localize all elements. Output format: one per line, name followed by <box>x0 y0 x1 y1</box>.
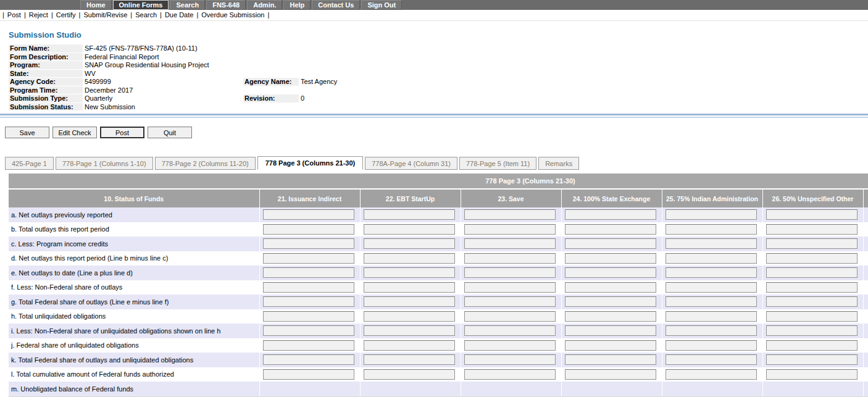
grid-input[interactable] <box>364 267 455 278</box>
tab-778-page-5-item-11[interactable]: 778-Page 5 (Item 11) <box>459 157 536 170</box>
grid-cell <box>762 280 863 295</box>
top-nav-item-home[interactable]: Home <box>80 0 112 10</box>
grid-input[interactable] <box>464 354 556 365</box>
grid-input[interactable] <box>364 369 455 380</box>
top-nav-item-search[interactable]: Search <box>170 0 205 10</box>
grid-input[interactable] <box>464 224 556 235</box>
grid-input[interactable] <box>766 296 858 307</box>
grid-input[interactable] <box>766 253 858 264</box>
sub-nav-item-overdue-submission[interactable]: Overdue Submission <box>201 11 264 19</box>
quit-button[interactable]: Quit <box>148 127 192 138</box>
top-nav-item-help[interactable]: Help <box>283 0 311 10</box>
grid-input[interactable] <box>364 340 455 351</box>
grid-input[interactable] <box>263 267 354 278</box>
grid-input[interactable] <box>565 325 656 336</box>
sub-nav-item-reject[interactable]: Reject <box>29 11 48 19</box>
grid-input[interactable] <box>263 253 354 264</box>
sub-nav-item-submit-revise[interactable]: Submit/Revise <box>83 11 127 19</box>
grid-input[interactable] <box>766 369 858 380</box>
edit-check-button[interactable]: Edit Check <box>52 127 97 138</box>
top-nav-item-online-forms[interactable]: Online Forms <box>113 0 169 10</box>
grid-input[interactable] <box>766 311 858 322</box>
tab-remarks[interactable]: Remarks <box>538 157 579 170</box>
grid-cell <box>561 309 662 324</box>
grid-input[interactable] <box>565 253 656 264</box>
grid-input[interactable] <box>666 325 757 336</box>
grid-input[interactable] <box>766 340 858 351</box>
grid-input[interactable] <box>464 238 556 249</box>
grid-input[interactable] <box>565 296 656 307</box>
grid-input[interactable] <box>464 311 556 322</box>
grid-input[interactable] <box>766 325 858 336</box>
top-nav-item-contact-us[interactable]: Contact Us <box>312 0 360 10</box>
grid-input[interactable] <box>364 238 455 249</box>
grid-input[interactable] <box>364 209 455 220</box>
grid-input[interactable] <box>766 282 858 293</box>
grid-input[interactable] <box>263 325 354 336</box>
grid-input[interactable] <box>263 354 354 365</box>
grid-input[interactable] <box>464 209 556 220</box>
sub-nav-item-search[interactable]: Search <box>135 11 157 19</box>
grid-input[interactable] <box>464 369 556 380</box>
grid-input[interactable] <box>565 369 656 380</box>
grid-input[interactable] <box>364 311 455 322</box>
save-button[interactable]: Save <box>5 127 49 138</box>
grid-input[interactable] <box>263 282 354 293</box>
grid-input[interactable] <box>666 224 757 235</box>
grid-input[interactable] <box>565 238 656 249</box>
grid-input[interactable] <box>464 253 556 264</box>
grid-input[interactable] <box>263 209 354 220</box>
grid-input[interactable] <box>364 282 455 293</box>
grid-input[interactable] <box>263 369 354 380</box>
grid-input[interactable] <box>565 340 656 351</box>
grid-input[interactable] <box>666 253 757 264</box>
grid-input[interactable] <box>464 340 556 351</box>
grid-input[interactable] <box>565 224 656 235</box>
grid-input[interactable] <box>364 224 455 235</box>
grid-input[interactable] <box>364 253 455 264</box>
tab-778a-page-4-column-31[interactable]: 778A-Page 4 (Column 31) <box>365 157 457 170</box>
grid-input[interactable] <box>263 224 354 235</box>
post-button[interactable]: Post <box>100 127 144 138</box>
grid-input[interactable] <box>464 282 556 293</box>
grid-input[interactable] <box>666 296 757 307</box>
grid-input[interactable] <box>666 209 757 220</box>
grid-input[interactable] <box>364 325 455 336</box>
grid-input[interactable] <box>666 369 757 380</box>
grid-input[interactable] <box>263 340 354 351</box>
tab-778-page-2-columns-11-20[interactable]: 778-Page 2 (Columns 11-20) <box>155 157 256 170</box>
grid-input[interactable] <box>464 296 556 307</box>
top-nav-item-fns-648[interactable]: FNS-648 <box>206 0 246 10</box>
top-nav-item-admin[interactable]: Admin. <box>247 0 282 10</box>
grid-input[interactable] <box>666 282 757 293</box>
grid-input[interactable] <box>464 325 556 336</box>
grid-input[interactable] <box>565 311 656 322</box>
grid-input[interactable] <box>666 311 757 322</box>
grid-input[interactable] <box>666 354 757 365</box>
grid-input[interactable] <box>666 340 757 351</box>
grid-input[interactable] <box>263 296 354 307</box>
grid-input[interactable] <box>464 267 556 278</box>
grid-input[interactable] <box>565 282 656 293</box>
tab-425-page-1[interactable]: 425-Page 1 <box>5 157 54 170</box>
grid-input[interactable] <box>263 311 354 322</box>
sub-nav-item-post[interactable]: Post <box>7 11 21 19</box>
grid-input[interactable] <box>565 267 656 278</box>
grid-input[interactable] <box>364 354 455 365</box>
sub-nav-item-certify[interactable]: Certify <box>56 11 76 19</box>
grid-input[interactable] <box>666 238 757 249</box>
grid-input[interactable] <box>766 209 858 220</box>
grid-input[interactable] <box>364 296 455 307</box>
grid-input[interactable] <box>565 354 656 365</box>
grid-input[interactable] <box>565 209 656 220</box>
grid-input[interactable] <box>766 267 858 278</box>
grid-input[interactable] <box>766 354 858 365</box>
tab-778-page-1-columns-1-10[interactable]: 778-Page 1 (Columns 1-10) <box>56 157 153 170</box>
grid-input[interactable] <box>666 267 757 278</box>
top-nav-item-sign-out[interactable]: Sign Out <box>361 0 402 10</box>
sub-nav-item-due-date[interactable]: Due Date <box>165 11 193 19</box>
grid-input[interactable] <box>766 224 858 235</box>
grid-input[interactable] <box>263 238 354 249</box>
grid-input[interactable] <box>766 238 858 249</box>
tab-778-page-3-columns-21-30[interactable]: 778 Page 3 (Columns 21-30) <box>257 156 364 170</box>
